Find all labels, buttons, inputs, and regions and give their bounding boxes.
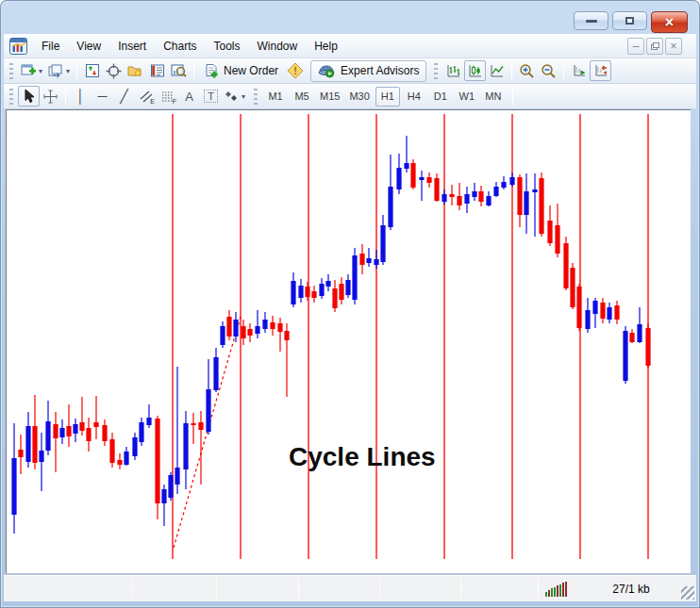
- equidistant-channel-tool[interactable]: E: [135, 86, 157, 107]
- close-button[interactable]: ×: [651, 11, 688, 33]
- horizontal-line-tool[interactable]: ─: [92, 86, 113, 107]
- toolbar-separator: [563, 61, 564, 80]
- vertical-line-tool[interactable]: │: [70, 86, 92, 107]
- text-label-icon: T: [204, 90, 218, 103]
- expert-advisors-label: Expert Advisors: [341, 64, 419, 77]
- chart-area[interactable]: Cycle Lines: [6, 109, 691, 573]
- toolbar-drag-grip[interactable]: [254, 89, 258, 105]
- candlestick-chart-button[interactable]: [464, 60, 486, 81]
- titlebar[interactable]: ×: [0, 0, 700, 34]
- timeframe-h1-button[interactable]: H1: [375, 87, 400, 107]
- menu-item-tools[interactable]: Tools: [206, 36, 249, 57]
- line-chart-button[interactable]: [486, 60, 508, 81]
- crosshair-tool-button[interactable]: [40, 86, 61, 107]
- maximize-icon: [625, 17, 634, 25]
- navigator-button[interactable]: [168, 60, 190, 81]
- menu-item-window[interactable]: Window: [249, 36, 307, 57]
- market-watch-button[interactable]: [81, 60, 103, 81]
- chart-canvas[interactable]: [8, 111, 691, 572]
- profiles-icon: [48, 63, 64, 78]
- trendline-tool[interactable]: ╱: [113, 86, 135, 107]
- menu-item-help[interactable]: Help: [306, 36, 346, 57]
- menu-item-file[interactable]: File: [33, 36, 68, 57]
- status-divider: [216, 579, 217, 599]
- timeframe-m15-button[interactable]: M15: [316, 87, 343, 107]
- vertical-line-icon: │: [76, 89, 85, 104]
- toolbar-standard: ▾ ▾: [4, 58, 696, 84]
- expert-advisors-button[interactable]: Expert Advisors: [310, 60, 426, 82]
- toolbar-drag-grip[interactable]: [434, 63, 438, 79]
- auto-scroll-icon: [572, 63, 587, 78]
- toolbar-line-studies: │ ─ ╱ E F A T ▾ M1 M5: [4, 84, 696, 109]
- chart-annotation-text[interactable]: Cycle Lines: [289, 442, 436, 472]
- cursor-tool-button[interactable]: [18, 86, 40, 107]
- timeframe-w1-button[interactable]: W1: [455, 87, 479, 107]
- chart-restore-button[interactable]: [646, 38, 663, 55]
- menu-item-view[interactable]: View: [68, 36, 109, 57]
- chart-close-button[interactable]: ×: [665, 38, 682, 55]
- toolbar-drag-grip[interactable]: [9, 89, 13, 105]
- trendline-icon: ╱: [120, 89, 127, 104]
- new-chart-button[interactable]: ▾: [18, 60, 45, 81]
- status-divider: [538, 579, 539, 599]
- close-icon: ×: [665, 15, 674, 30]
- traffic-label: 27/1 kb: [589, 583, 674, 596]
- auto-scroll-button[interactable]: [568, 60, 590, 81]
- connection-signal-icon: [545, 582, 570, 597]
- timeframe-mn-button[interactable]: MN: [481, 87, 506, 107]
- resize-grip[interactable]: [681, 586, 694, 600]
- arrows-tool[interactable]: ▾: [222, 86, 248, 107]
- menu-item-insert[interactable]: Insert: [109, 36, 155, 57]
- crosshair-button[interactable]: [103, 60, 125, 81]
- toolbar-separator: [76, 61, 77, 80]
- profiles-button[interactable]: ▾: [45, 60, 73, 81]
- new-order-button[interactable]: New Order: [198, 60, 284, 81]
- timeframe-m5-button[interactable]: M5: [290, 87, 314, 107]
- timeframe-d1-button[interactable]: D1: [428, 87, 453, 107]
- chevron-down-icon: ▾: [66, 67, 70, 75]
- zoom-in-button[interactable]: [516, 60, 538, 81]
- chart-shift-button[interactable]: [590, 60, 611, 81]
- text-tool[interactable]: A: [178, 86, 200, 107]
- horizontal-line-icon: ─: [98, 89, 108, 104]
- minimize-icon: [586, 20, 597, 23]
- toolbar-separator: [193, 61, 194, 80]
- text-label-tool[interactable]: T: [200, 86, 222, 107]
- zoom-out-button[interactable]: [538, 60, 559, 81]
- toolbar-drag-grip[interactable]: [9, 63, 13, 79]
- bar-chart-button[interactable]: [442, 60, 464, 81]
- menu-item-charts[interactable]: Charts: [155, 36, 205, 57]
- alerts-button[interactable]: !: [284, 60, 307, 81]
- favorites-button[interactable]: [125, 60, 146, 81]
- line-chart-icon: [490, 63, 505, 78]
- cursor-arrow-icon: [23, 89, 36, 104]
- status-divider: [379, 579, 380, 599]
- maximize-button[interactable]: [612, 11, 647, 30]
- chart-shift-icon: [593, 63, 608, 78]
- chevron-down-icon: ▾: [242, 92, 245, 101]
- timeframe-m30-button[interactable]: M30: [345, 87, 373, 107]
- chart-minimize-icon: –: [633, 41, 640, 52]
- app-logo-icon[interactable]: [9, 38, 27, 55]
- application-window: × File View Insert Charts Tools Window H…: [0, 0, 700, 608]
- toolbar-separator: [512, 87, 513, 106]
- status-divider: [298, 579, 299, 599]
- timeframe-h4-button[interactable]: H4: [402, 87, 426, 107]
- timeframe-m1-button[interactable]: M1: [263, 87, 288, 107]
- crosshair-icon: [106, 63, 122, 79]
- data-window-icon: [150, 63, 165, 78]
- data-window-button[interactable]: [146, 60, 168, 81]
- navigator-search-icon: [171, 63, 187, 78]
- minimize-button[interactable]: [574, 11, 608, 30]
- status-bar: 27/1 kb: [4, 574, 696, 601]
- fibonacci-letter: F: [173, 98, 176, 105]
- channel-letter: E: [150, 98, 155, 105]
- svg-text:!: !: [293, 65, 297, 76]
- market-watch-icon: [85, 63, 100, 78]
- fibonacci-tool[interactable]: F: [157, 86, 178, 107]
- menubar: File View Insert Charts Tools Window Hel…: [4, 34, 696, 58]
- status-divider: [460, 579, 461, 599]
- chart-minimize-button[interactable]: –: [627, 38, 644, 55]
- zoom-in-icon: [519, 63, 535, 79]
- zoom-out-icon: [541, 63, 557, 79]
